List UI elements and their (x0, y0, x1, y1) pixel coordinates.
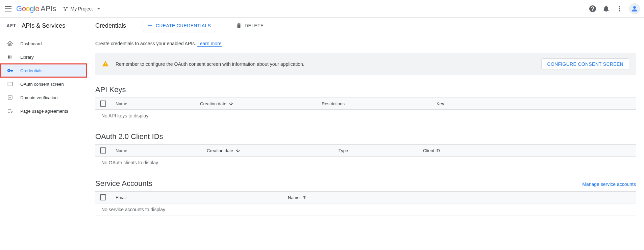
configure-consent-button[interactable]: CONFIGURE CONSENT SCREEN (541, 58, 629, 70)
svg-rect-1 (8, 82, 13, 86)
column-name[interactable]: Name (288, 195, 631, 200)
section-title: API Keys (95, 85, 636, 94)
library-icon (7, 54, 14, 60)
project-icon (63, 6, 68, 11)
verified-icon (7, 94, 14, 101)
arrow-down-icon (228, 101, 234, 106)
top-header: Google APIs My Project (0, 0, 644, 18)
banner-text: Remember to configure the OAuth consent … (116, 61, 535, 67)
menu-icon[interactable] (4, 5, 12, 13)
service-accounts-section: Service Accounts Manage service accounts… (95, 179, 636, 216)
consent-screen-icon (7, 81, 14, 87)
sidebar-item-label: Domain verification (20, 95, 58, 100)
sidebar-item-credentials[interactable]: Credentials (0, 64, 87, 77)
svg-rect-2 (8, 96, 12, 100)
sidebar-item-oauth-consent[interactable]: OAuth consent screen (0, 77, 87, 91)
logo-apis-text: APIs (41, 4, 56, 13)
column-name[interactable]: Name (116, 101, 200, 106)
manage-service-accounts-link[interactable]: Manage service accounts (582, 182, 636, 187)
delete-button[interactable]: DELETE (232, 20, 268, 32)
select-all-checkbox[interactable] (100, 194, 106, 200)
sidebar-item-label: Library (20, 55, 34, 60)
column-name[interactable]: Name (116, 148, 207, 153)
key-icon (7, 67, 14, 74)
sidebar-item-label: Dashboard (20, 41, 42, 46)
project-selector[interactable]: My Project (60, 5, 103, 13)
google-apis-logo[interactable]: Google APIs (16, 4, 56, 13)
sidebar-item-label: OAuth consent screen (20, 82, 64, 87)
sidebar-title: APIs & Services (22, 22, 65, 29)
main-content: Credentials CREATE CREDENTIALS DELETE Cr… (87, 18, 644, 250)
select-all-checkbox[interactable] (100, 147, 106, 154)
table-header-row: Name Creation date Restrictions Key (95, 98, 636, 110)
column-restrictions[interactable]: Restrictions (322, 101, 437, 106)
create-credentials-label: CREATE CREDENTIALS (156, 23, 211, 28)
project-name: My Project (70, 6, 93, 11)
plus-icon (147, 23, 153, 29)
delete-label: DELETE (245, 23, 264, 28)
arrow-down-icon (235, 148, 241, 153)
intro-text: Create credentials to access your enable… (95, 41, 636, 46)
sidebar-item-label: Credentials (20, 68, 43, 73)
sidebar-item-dashboard[interactable]: Dashboard (0, 37, 87, 50)
create-credentials-button[interactable]: CREATE CREDENTIALS (143, 20, 215, 32)
warning-icon (102, 60, 109, 68)
arrow-up-icon (302, 195, 307, 200)
select-all-checkbox[interactable] (100, 101, 106, 107)
section-title: Service Accounts (95, 179, 152, 188)
sidebar-item-label: Page usage agreements (20, 109, 68, 114)
column-creation-date[interactable]: Creation date (207, 148, 339, 153)
column-key[interactable]: Key (437, 101, 631, 106)
column-email[interactable]: Email (116, 195, 288, 200)
page-header: Credentials CREATE CREDENTIALS DELETE (87, 18, 644, 34)
avatar[interactable] (629, 3, 640, 14)
settings-list-icon (7, 108, 14, 114)
api-keys-section: API Keys Name Creation date Restrictions… (95, 85, 636, 122)
table-header-row: Email Name (95, 191, 636, 203)
table-empty-message: No service accounts to display (95, 203, 636, 216)
more-vert-icon[interactable] (616, 5, 624, 13)
page-title: Credentials (95, 22, 126, 29)
column-creation-date[interactable]: Creation date (200, 101, 322, 106)
column-type[interactable]: Type (339, 148, 423, 153)
section-title: OAuth 2.0 Client IDs (95, 132, 636, 141)
column-client-id[interactable]: Client ID (423, 148, 631, 153)
sidebar: API APIs & Services Dashboard Library Cr… (0, 18, 87, 250)
notifications-icon[interactable] (602, 5, 610, 13)
api-badge: API (7, 23, 16, 28)
sidebar-item-library[interactable]: Library (0, 50, 87, 64)
consent-banner: Remember to configure the OAuth consent … (95, 53, 636, 75)
oauth-clients-section: OAuth 2.0 Client IDs Name Creation date … (95, 132, 636, 169)
chevron-down-icon (97, 8, 100, 9)
sidebar-header: API APIs & Services (0, 18, 87, 34)
learn-more-link[interactable]: Learn more (197, 41, 222, 47)
table-empty-message: No API keys to display (95, 110, 636, 122)
sidebar-item-page-usage[interactable]: Page usage agreements (0, 104, 87, 118)
help-icon[interactable] (589, 5, 597, 13)
trash-icon (236, 23, 242, 29)
table-empty-message: No OAuth clients to display (95, 157, 636, 169)
sidebar-item-domain-verification[interactable]: Domain verification (0, 91, 87, 104)
table-header-row: Name Creation date Type Client ID (95, 144, 636, 157)
dashboard-icon (7, 40, 14, 47)
